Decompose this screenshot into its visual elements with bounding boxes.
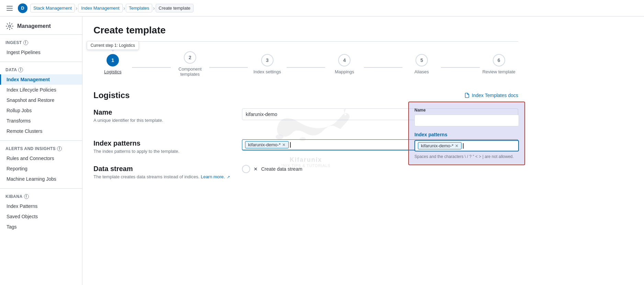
name-row: Name A unique identifier for this templa… [93,108,518,128]
logistics-section-title: Logistics [93,91,130,100]
hamburger-icon [7,6,13,11]
sidebar-section-title-ingest: Ingest i [0,39,82,47]
stepper-label-4[interactable]: Mappings [335,69,354,74]
stepper-step-6[interactable]: 6 Review template [480,54,518,74]
stepper-circle-6: 6 [493,54,505,66]
data-stream-toggle-x: ✕ [254,166,258,172]
stepper-label-3[interactable]: Index settings [254,69,281,74]
stepper: Current step 1: Logistics 1 Logistics 2 … [93,51,518,77]
index-patterns-heading: Index patterns [93,139,231,147]
popup-index-patterns-label: Index patterns [414,132,519,137]
sidebar-item-index-patterns[interactable]: Index Patterns [0,201,82,211]
sidebar-item-reporting[interactable]: Reporting [0,163,82,174]
stepper-label-2[interactable]: Component templates [171,66,209,77]
popup-tag: kifarunix-demo-* ✕ [418,142,462,149]
ingest-info-icon[interactable]: i [23,40,28,45]
sidebar-item-ingest-pipelines[interactable]: Ingest Pipelines [0,47,82,57]
breadcrumb-separator: › [123,5,125,11]
sidebar-item-index-management[interactable]: Index Management [0,74,82,85]
stepper-circle-3: 3 [261,54,274,66]
logistics-section: Kifarunix *NIX TIPS & TUTORIALS Logistic… [93,91,518,179]
sidebar-item-remote-clusters[interactable]: Remote Clusters [0,126,82,136]
svg-point-1 [276,135,283,140]
stepper-label-1[interactable]: Logistics [104,69,122,74]
watermark-text: Kifarunix [258,156,354,163]
sidebar-header: Management [0,17,82,35]
name-description: Name A unique identifier for this templa… [93,108,231,123]
stepper-circle-5: 5 [415,54,428,66]
kibana-info-icon[interactable]: i [24,194,29,199]
learn-more-link[interactable]: Learn more. ↗ [201,174,230,179]
sidebar-section-ingest: Ingest i Ingest Pipelines [0,35,82,62]
stepper-label-5[interactable]: Aliases [414,69,429,74]
sidebar-item-rules-connectors[interactable]: Rules and Connectors [0,153,82,163]
logistics-header: Logistics Index Templates docs [93,91,518,100]
sidebar-section-title-kibana: Kibana i [0,193,82,201]
sidebar-item-transforms[interactable]: Transforms [0,116,82,126]
sidebar-section-title-data: Data i [0,66,82,74]
breadcrumb-separator: › [153,5,155,11]
breadcrumb-item-index-management[interactable]: Index Management [78,4,122,12]
stepper-step-2[interactable]: 2 Component templates [171,51,209,77]
popup-name-input[interactable]: kifarunix-demo [414,115,519,126]
index-patterns-sub: The index patterns to apply to the templ… [93,149,231,154]
data-stream-toggle-label: Create data stream [261,166,302,172]
stepper-connector-5 [441,67,479,68]
index-templates-docs-link[interactable]: Index Templates docs [464,93,518,98]
stepper-step-3[interactable]: 3 Index settings [248,54,286,74]
sidebar-item-ml-jobs[interactable]: Machine Learning Jobs [0,174,82,184]
popup-hint-text: Spaces and the characters \ / ? " < > | … [414,154,519,159]
name-sub: A unique identifier for this template. [93,118,231,123]
menu-button[interactable] [4,3,15,14]
breadcrumb-item-create-template: Create template [156,4,194,12]
breadcrumb-item-templates[interactable]: Templates [126,4,152,12]
sidebar-section-alerts: Alerts and Insights i Rules and Connecto… [0,141,82,188]
data-stream-toggle[interactable] [242,165,250,173]
docs-link-label: Index Templates docs [472,93,518,98]
data-stream-toggle-row: ✕ Create data stream [242,165,518,173]
sidebar-title: Management [17,23,51,29]
sidebar-item-rollup-jobs[interactable]: Rollup Jobs [0,105,82,116]
stepper-connector-2 [209,67,248,68]
sidebar-item-index-lifecycle[interactable]: Index Lifecycle Policies [0,85,82,95]
sidebar-section-kibana: Kibana i Index Patterns Saved Objects Ta… [0,189,82,236]
data-info-icon[interactable]: i [18,67,23,72]
sidebar-item-saved-objects[interactable]: Saved Objects [0,211,82,222]
alerts-info-icon[interactable]: i [57,146,62,151]
stepper-connector-1 [132,67,170,68]
stepper-step-5[interactable]: 5 Aliases [402,54,441,74]
data-stream-field-area: ✕ Create data stream [242,165,518,173]
stepper-circle-1: 1 [107,54,119,66]
index-pattern-tag: kifarunix-demo-* ✕ [245,141,289,148]
stepper-label-6[interactable]: Review template [482,69,515,74]
breadcrumb-item-stack[interactable]: Stack Management [30,4,75,12]
stepper-connector-3 [287,67,325,68]
tag-cursor [463,143,464,149]
popup-tag-remove[interactable]: ✕ [455,144,458,148]
popup-tag-value: kifarunix-demo-* [421,143,454,148]
stepper-circle-4: 4 [338,54,351,66]
index-patterns-description: Index patterns The index patterns to app… [93,139,231,154]
stepper-step-1[interactable]: Current step 1: Logistics 1 Logistics [93,54,132,74]
page-title: Create template [93,25,518,36]
page-divider [93,41,518,42]
sidebar-section-data: Data i Index Management Index Lifecycle … [0,62,82,140]
index-pattern-tag-remove[interactable]: ✕ [282,142,286,147]
popup-tag-input-row[interactable]: kifarunix-demo-* ✕ [414,140,519,151]
svg-point-0 [9,25,11,27]
data-stream-sub: The template creates data streams instea… [93,174,231,179]
name-field-area: Name kifarunix-demo Index patterns kifar… [242,108,518,128]
data-stream-description: Data stream The template creates data st… [93,165,231,179]
main-content-area: Create template Current step 1: Logistic… [82,17,644,285]
sidebar-item-tags[interactable]: Tags [0,222,82,232]
main-content: Create template Current step 1: Logistic… [82,17,529,199]
topbar: D Stack Management › Index Management › … [0,0,644,17]
sidebar: Management Ingest i Ingest Pipelines Dat… [0,17,82,285]
stepper-tooltip: Current step 1: Logistics [87,41,138,50]
sidebar-item-snapshot-restore[interactable]: Snapshot and Restore [0,95,82,105]
stepper-connector-4 [364,67,402,68]
breadcrumb-separator: › [76,5,77,11]
stepper-step-4[interactable]: 4 Mappings [325,54,364,74]
name-heading: Name [93,108,231,116]
breadcrumb: Stack Management › Index Management › Te… [30,4,193,12]
